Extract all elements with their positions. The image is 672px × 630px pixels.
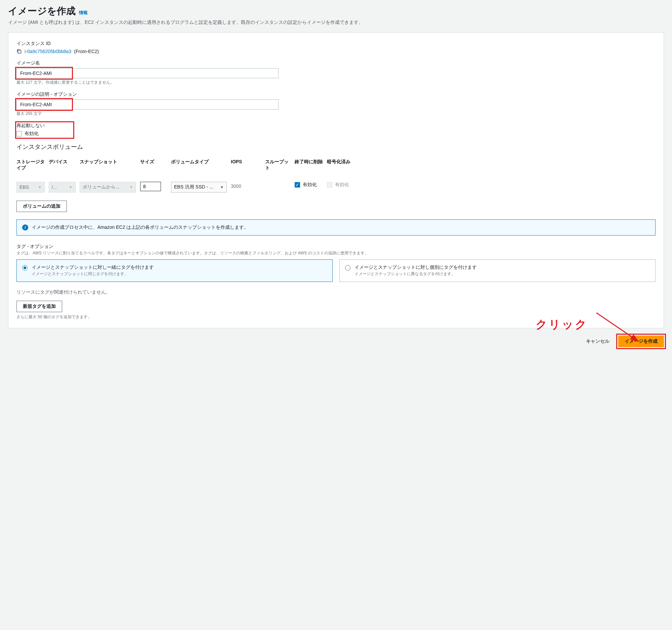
col-device: デバイス xyxy=(49,159,76,172)
image-desc-field: イメージの説明 - オプション 最大 255 文字 xyxy=(17,91,655,117)
info-link[interactable]: 情報 xyxy=(79,10,88,16)
create-image-button[interactable]: イメージを作成 xyxy=(618,336,664,347)
tag-mode-separate-sub: イメージとスナップショットに異なるタグを付けます。 xyxy=(355,271,477,277)
no-reboot-checkbox[interactable] xyxy=(17,131,22,137)
col-iops: IOPS xyxy=(231,159,261,171)
instance-id-link[interactable]: i-0a9c756205b0bb8a3 xyxy=(25,49,71,54)
snapshot-select: ボリュームから... ▼ xyxy=(80,182,136,193)
col-encrypted: 暗号化済み xyxy=(327,159,354,172)
snapshot-info-text: イメージの作成プロセス中に、Amazon EC2 は上記の各ボリュームのスナップ… xyxy=(31,224,249,231)
instance-name-suffix: (From-EC2) xyxy=(74,49,99,54)
image-name-helper: 最大 127 文字。作成後に変更することはできません。 xyxy=(17,80,655,86)
image-desc-label: イメージの説明 - オプション xyxy=(17,91,655,97)
col-storage-type: ストレージタイプ xyxy=(17,159,45,178)
col-size: サイズ xyxy=(140,159,167,172)
iops-value: 3000 xyxy=(231,182,241,191)
image-desc-input[interactable] xyxy=(17,99,279,110)
no-reboot-checkbox-label: 有効化 xyxy=(25,131,39,137)
col-volume-type: ボリュームタイプ xyxy=(171,159,227,172)
encrypted-checkbox xyxy=(327,182,332,188)
tag-mode-row: イメージとスナップショットに対し一緒にタグを付けます イメージとスナップショット… xyxy=(17,259,655,282)
delete-on-term-label: 有効化 xyxy=(303,182,317,188)
instance-id-field: インスタンス ID i-0a9c756205b0bb8a3 (From-EC2) xyxy=(17,41,655,54)
tag-hint: さらに最大 50 個のタグを追加できます。 xyxy=(17,314,655,320)
volumes-table: ストレージタイプ デバイス スナップショット サイズ ボリュームタイプ IOPS… xyxy=(17,159,655,193)
radio-together[interactable] xyxy=(22,265,28,270)
encrypted-label: 有効化 xyxy=(335,182,349,188)
copy-icon[interactable] xyxy=(17,49,22,54)
volumes-heading: インスタンスボリューム xyxy=(17,143,655,151)
col-delete: 終了時に削除 xyxy=(295,159,323,172)
tag-mode-together-sub: イメージとスナップショットに同じタグを付けます。 xyxy=(31,271,154,277)
add-tag-button[interactable]: 新規タグを追加 xyxy=(17,301,62,312)
page-title: イメージを作成 xyxy=(8,5,76,18)
col-snapshot: スナップショット xyxy=(80,159,136,172)
info-icon: i xyxy=(22,224,28,231)
add-volume-button[interactable]: ボリュームの追加 xyxy=(17,200,67,212)
no-reboot-label: 再起動しない xyxy=(17,123,73,129)
page-description: イメージ (AMI とも呼ばれます) は、EC2 インスタンスの起動時に適用され… xyxy=(8,20,664,26)
device-select: /... ▼ xyxy=(49,182,76,193)
chevron-down-icon: ▼ xyxy=(69,185,73,189)
tag-mode-together[interactable]: イメージとスナップショットに対し一緒にタグを付けます イメージとスナップショット… xyxy=(17,259,333,282)
col-throughput: スループット xyxy=(265,159,291,178)
tag-mode-together-title: イメージとスナップショットに対し一緒にタグを付けます xyxy=(31,264,154,270)
image-name-label: イメージ名 xyxy=(17,60,655,66)
image-name-field: イメージ名 最大 127 文字。作成後に変更することはできません。 xyxy=(17,60,655,86)
tag-mode-separate[interactable]: イメージとスナップショットに対し個別にタグを付けます イメージとスナップショット… xyxy=(339,259,655,282)
size-input[interactable] xyxy=(140,182,161,191)
snapshot-info-banner: i イメージの作成プロセス中に、Amazon EC2 は上記の各ボリュームのスナ… xyxy=(17,219,655,236)
image-name-input[interactable] xyxy=(17,68,279,78)
cancel-button[interactable]: キャンセル xyxy=(581,336,615,347)
create-image-panel: インスタンス ID i-0a9c756205b0bb8a3 (From-EC2)… xyxy=(8,32,664,328)
no-tags-text: リソースにタグが関連付けられていません。 xyxy=(17,289,655,295)
radio-separate[interactable] xyxy=(345,265,351,270)
delete-on-term-checkbox[interactable]: ✓ xyxy=(295,182,300,188)
image-desc-helper: 最大 255 文字 xyxy=(17,111,655,117)
chevron-down-icon: ▼ xyxy=(129,185,133,189)
footer-row: キャンセル イメージを作成 xyxy=(8,336,664,347)
svg-rect-0 xyxy=(18,50,21,53)
no-reboot-field: 再起動しない 有効化 xyxy=(17,123,73,137)
chevron-down-icon: ▼ xyxy=(220,185,224,189)
chevron-down-icon: ▼ xyxy=(38,185,42,189)
tag-mode-separate-title: イメージとスナップショットに対し個別にタグを付けます xyxy=(355,264,477,270)
tags-title: タグ - オプション xyxy=(17,244,655,250)
instance-id-label: インスタンス ID xyxy=(17,41,655,47)
storage-type-select: EBS ▼ xyxy=(17,182,45,193)
volume-type-select[interactable]: EBS 汎用 SSD - ... ▼ xyxy=(171,182,227,193)
tags-description: タグは、AWS リソースに割り当てるラベルです。各タグはキーとオプションの値で構… xyxy=(17,250,655,256)
